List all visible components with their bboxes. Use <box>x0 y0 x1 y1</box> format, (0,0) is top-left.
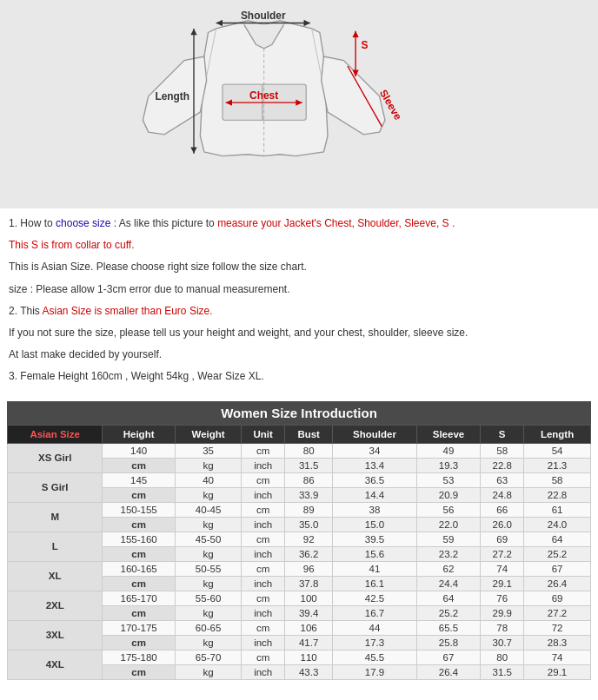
data-cell-sub: kg <box>175 517 241 532</box>
data-cell: cm <box>242 591 285 605</box>
data-cell: 78 <box>481 620 524 635</box>
inst1-red: measure your Jacket's Chest, Shoulder, S… <box>217 217 455 229</box>
data-cell: 170-175 <box>103 620 175 635</box>
data-cell-sub: 39.4 <box>285 605 333 620</box>
jacket-diagram: Shoulder S Sleeve Length Chest <box>9 9 589 200</box>
col-weight: Weight <box>175 425 241 443</box>
data-cell: 145 <box>103 472 175 487</box>
data-cell-sub: 26.4 <box>416 664 481 679</box>
col-height: Height <box>103 425 175 443</box>
size-cell: L <box>8 532 103 561</box>
instruction-3: size : Please allow 1-3cm error due to m… <box>9 281 589 298</box>
instruction-7: 3. Female Height 160cm , Weight 54kg , W… <box>9 368 589 385</box>
size-table: Asian Size Height Weight Unit Bust Shoul… <box>7 425 591 680</box>
data-cell-sub: 29.9 <box>481 605 524 620</box>
inst7: 3. Female Height 160cm , Weight 54kg , W… <box>9 370 264 382</box>
data-cell-sub: 23.2 <box>416 546 481 561</box>
data-cell-sub: 31.5 <box>285 458 333 472</box>
instruction-6: At last make decided by yourself. <box>9 347 589 363</box>
data-cell-sub: cm <box>103 664 175 679</box>
data-cell: 36.5 <box>333 472 416 487</box>
data-cell-sub: 19.3 <box>416 458 481 472</box>
data-cell-sub: 15.0 <box>333 517 416 532</box>
data-cell-sub: 22.0 <box>416 517 481 532</box>
inst6: At last make decided by yourself. <box>9 348 162 360</box>
table-row: S Girl14540cm8636.5536358 <box>8 472 591 487</box>
inst4-red: Asian Size is smaller than Euro Size. <box>42 305 212 317</box>
data-cell-sub: inch <box>242 635 285 650</box>
data-cell: 74 <box>481 561 524 576</box>
size-cell: 2XL <box>8 591 103 620</box>
data-cell-sub: 24.4 <box>416 576 481 591</box>
data-cell-sub: 29.1 <box>524 664 591 679</box>
size-cell: M <box>8 502 103 532</box>
data-cell-sub: inch <box>242 605 285 620</box>
data-cell: 72 <box>524 620 591 635</box>
data-cell: 80 <box>285 443 333 458</box>
data-cell: 45-50 <box>175 532 241 546</box>
data-cell-sub: cm <box>103 576 175 591</box>
data-cell-sub: 37.8 <box>285 576 333 591</box>
data-cell: 89 <box>285 502 333 517</box>
data-cell: 56 <box>416 502 481 517</box>
data-cell: 80 <box>481 650 524 664</box>
inst2: This is Asian Size. Please choose right … <box>9 261 307 273</box>
table-row: 3XL170-17560-65cm1064465.57872 <box>8 620 591 635</box>
table-row: XL160-16550-55cm9641627467 <box>8 561 591 576</box>
data-cell: 54 <box>524 443 591 458</box>
data-cell-sub: cm <box>103 635 175 650</box>
size-cell: 4XL <box>8 650 103 679</box>
data-cell: cm <box>242 502 285 517</box>
inst1-pre: 1. How to <box>9 217 56 229</box>
data-cell-sub: 22.8 <box>524 487 591 502</box>
diagram-section: Shoulder S Sleeve Length Chest <box>0 0 598 208</box>
data-cell: 67 <box>524 561 591 576</box>
data-cell: 49 <box>416 443 481 458</box>
data-cell-sub: 33.9 <box>285 487 333 502</box>
col-shoulder: Shoulder <box>333 425 416 443</box>
data-cell: 50-55 <box>175 561 241 576</box>
data-cell: 34 <box>333 443 416 458</box>
data-cell-sub: 13.4 <box>333 458 416 472</box>
data-cell-sub: 16.7 <box>333 605 416 620</box>
data-cell-sub: 28.3 <box>524 635 591 650</box>
data-cell-sub: kg <box>175 635 241 650</box>
data-cell: 53 <box>416 472 481 487</box>
inst1-mid: : As like this picture to <box>110 217 217 229</box>
data-cell-sub: 24.0 <box>524 517 591 532</box>
instruction-1: 1. How to choose size : As like this pic… <box>9 215 589 232</box>
data-cell-sub: cm <box>103 546 175 561</box>
data-cell: 40-45 <box>175 502 241 517</box>
col-s: S <box>481 425 524 443</box>
data-cell-sub: 36.2 <box>285 546 333 561</box>
data-cell-sub: inch <box>242 546 285 561</box>
data-cell-sub: cm <box>103 517 175 532</box>
data-cell-sub: 43.3 <box>285 664 333 679</box>
svg-text:S: S <box>362 39 369 51</box>
data-cell: 44 <box>333 620 416 635</box>
data-cell: 40 <box>175 472 241 487</box>
svg-text:Chest: Chest <box>249 89 278 102</box>
data-cell-sub: kg <box>175 576 241 591</box>
data-cell-sub: 26.0 <box>481 517 524 532</box>
choose-size-link[interactable]: choose size <box>56 217 110 229</box>
instruction-1b: This S is from collar to cuff. <box>9 237 589 254</box>
data-cell-sub: kg <box>175 664 241 679</box>
table-row: XS Girl14035cm8034495854 <box>8 443 591 458</box>
data-cell-sub: 25.2 <box>524 546 591 561</box>
instruction-4: 2. This Asian Size is smaller than Euro … <box>9 303 589 320</box>
svg-text:Length: Length <box>155 90 189 102</box>
inst1-red2: This S is from collar to cuff. <box>9 239 135 251</box>
table-header-row: Asian Size Height Weight Unit Bust Shoul… <box>8 425 591 443</box>
data-cell: 64 <box>416 591 481 605</box>
table-row: L155-16045-50cm9239.5596964 <box>8 532 591 546</box>
data-cell: 65-70 <box>175 650 241 664</box>
data-cell: 74 <box>524 650 591 664</box>
data-cell: 55-60 <box>175 591 241 605</box>
size-cell: S Girl <box>8 472 103 502</box>
data-cell: 140 <box>103 443 175 458</box>
data-cell: 67 <box>416 650 481 664</box>
data-cell: cm <box>242 561 285 576</box>
inst4-pre: 2. This <box>9 305 42 317</box>
col-bust: Bust <box>285 425 333 443</box>
